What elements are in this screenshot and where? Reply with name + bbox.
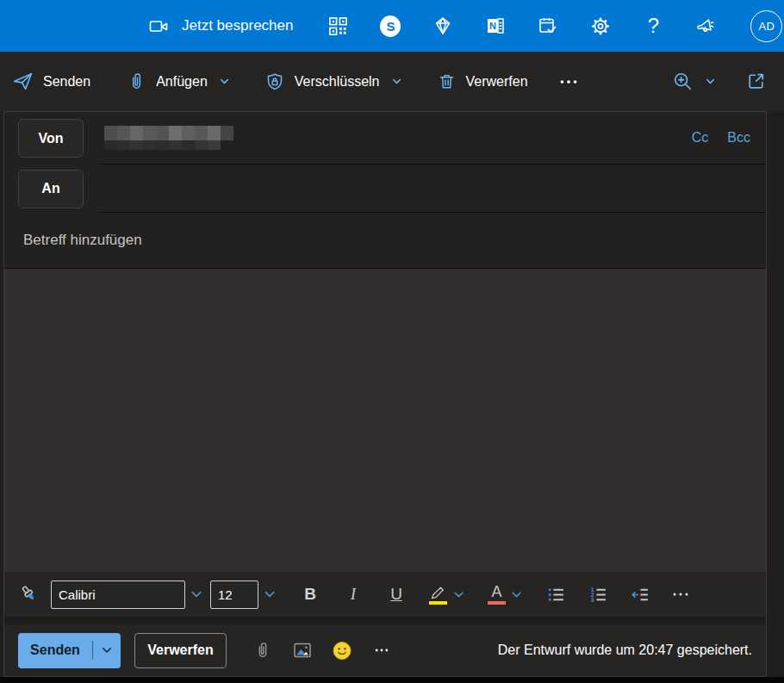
to-row: An [4, 165, 766, 213]
zoom-in-icon [672, 71, 694, 92]
font-color-letter: A [491, 584, 501, 599]
premium-diamond-icon[interactable] [432, 16, 453, 36]
to-field[interactable] [99, 165, 766, 213]
feedback-megaphone-icon[interactable] [695, 16, 716, 36]
meet-now-button[interactable]: Jetzt besprechen [148, 16, 293, 36]
window-bottom-edge [0, 677, 784, 683]
cc-bcc-links: Cc Bcc [692, 130, 750, 146]
paperclip-icon [127, 71, 146, 91]
attach-command-label: Anfügen [156, 74, 208, 90]
toolbar-right-group [672, 71, 767, 92]
more-icon [557, 71, 580, 93]
font-color-icon[interactable]: A [488, 584, 506, 605]
bold-button[interactable]: B [301, 585, 320, 604]
to-button-label: An [41, 181, 59, 196]
encrypt-command-label: Verschlüsseln [295, 74, 380, 90]
underline-button[interactable]: U [387, 585, 406, 604]
meet-now-label: Jetzt besprechen [182, 17, 293, 34]
avatar-initials: AD [758, 20, 775, 33]
zoom-button[interactable] [672, 71, 716, 92]
font-size-dropdown-icon[interactable] [263, 587, 277, 601]
font-name-input[interactable] [51, 581, 185, 609]
insert-image-icon[interactable] [292, 640, 313, 661]
chevron-down-icon [705, 76, 716, 87]
discard-button[interactable]: Verwerfen [134, 633, 227, 668]
attach-command[interactable]: Anfügen [127, 71, 230, 91]
to-button[interactable]: An [18, 170, 84, 208]
qr-code-icon[interactable] [327, 16, 348, 36]
onenote-feed-icon[interactable]: N [485, 16, 506, 36]
settings-gear-icon[interactable] [590, 16, 611, 36]
from-field[interactable]: Cc Bcc [99, 112, 766, 165]
message-body-editor[interactable] [4, 269, 766, 572]
send-command[interactable]: Senden [12, 71, 90, 92]
compose-action-bar: Senden Verwerfen Der Entwurf wurde um 20… [4, 624, 766, 676]
font-color-bar [488, 601, 506, 605]
bullet-list-icon[interactable] [545, 584, 567, 605]
highlight-color-bar [429, 601, 447, 605]
outdent-icon[interactable] [630, 584, 651, 605]
discard-command-label: Verwerfen [466, 74, 528, 90]
open-new-window-button[interactable] [745, 71, 767, 92]
format-painter-icon[interactable] [18, 583, 40, 605]
send-command-label: Senden [43, 74, 90, 90]
more-commands-button[interactable] [557, 71, 580, 93]
help-icon[interactable]: ? [643, 16, 663, 36]
emoji-icon[interactable] [332, 640, 352, 661]
my-day-calendar-icon[interactable] [538, 16, 558, 36]
paperclip-icon[interactable] [252, 641, 273, 660]
account-avatar[interactable]: AD [750, 10, 782, 42]
numbered-list-icon[interactable]: 123 [588, 584, 609, 605]
suite-icon-group: S N ? AD [327, 10, 782, 42]
toolbar-divider [4, 617, 766, 624]
video-camera-icon [148, 16, 169, 36]
skype-icon[interactable]: S [380, 16, 401, 36]
skype-letter: S [380, 16, 401, 37]
open-new-window-icon [745, 71, 767, 92]
font-color-dropdown-icon[interactable] [510, 588, 523, 601]
shield-lock-icon [264, 71, 285, 92]
help-glyph: ? [648, 16, 659, 36]
subject-placeholder: Betreff hinzufügen [23, 232, 142, 249]
outlook-compose-window: Jetzt besprechen S N ? [0, 0, 784, 683]
cc-link[interactable]: Cc [692, 130, 709, 146]
formatting-toolbar: B I U A 123 [4, 572, 766, 617]
discard-button-label: Verwerfen [147, 643, 213, 657]
draft-saved-status: Der Entwurf wurde um 20:47 gespeichert. [498, 643, 752, 658]
send-icon [12, 71, 34, 92]
more-icon[interactable] [670, 584, 691, 605]
send-options-chevron-icon[interactable] [93, 644, 121, 656]
from-button-label: Von [38, 131, 63, 146]
encrypt-command[interactable]: Verschlüsseln [264, 71, 402, 92]
from-row: Von Cc Bcc [4, 112, 766, 165]
compose-panel: Von Cc Bcc An Betreff hinzufügen [3, 111, 767, 677]
font-size-input[interactable] [210, 581, 258, 609]
trash-icon [437, 71, 457, 91]
more-icon[interactable] [371, 642, 392, 659]
send-split-button[interactable]: Senden [18, 633, 121, 668]
suite-header: Jetzt besprechen S N ? [0, 0, 784, 52]
chevron-down-icon [219, 76, 230, 87]
font-name-dropdown-icon[interactable] [190, 587, 203, 601]
discard-command[interactable]: Verwerfen [437, 71, 528, 91]
highlighter-icon[interactable] [428, 584, 448, 605]
from-button[interactable]: Von [18, 119, 84, 158]
chevron-down-icon [391, 76, 402, 87]
highlight-dropdown-icon[interactable] [452, 588, 465, 601]
bcc-link[interactable]: Bcc [727, 130, 750, 146]
onenote-letter: N [489, 21, 496, 31]
numbered-glyph-3: 3 [591, 596, 594, 602]
italic-button[interactable]: I [344, 585, 363, 604]
redacted-from-address [104, 126, 233, 150]
subject-field[interactable]: Betreff hinzufügen [4, 213, 766, 269]
compose-command-toolbar: Senden Anfügen Verschlüsseln Verwerfe [0, 52, 784, 111]
send-button-label: Senden [18, 643, 92, 658]
